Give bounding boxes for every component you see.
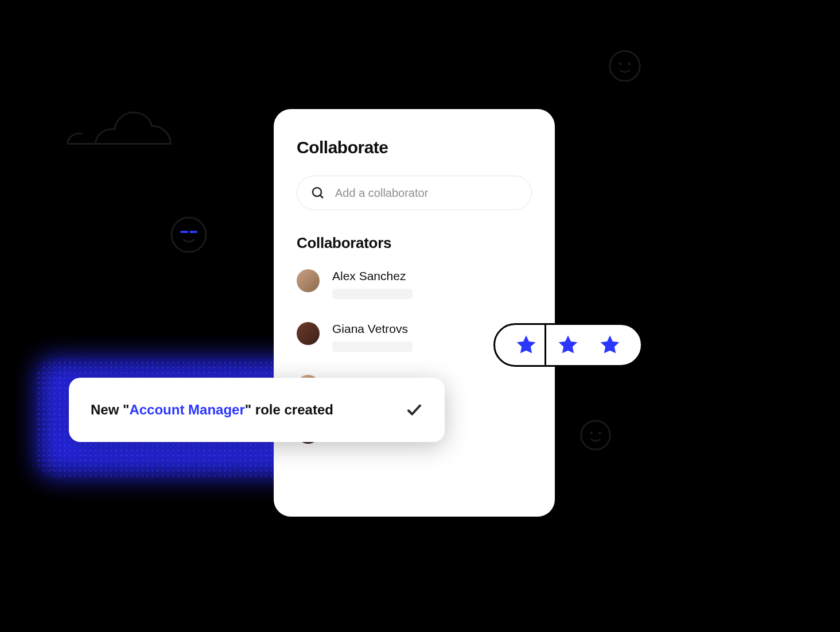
collaborator-name: Giana Vetrovs <box>332 322 413 336</box>
list-item-text: Giana Vetrovs <box>332 322 413 352</box>
collaborator-name: Alex Sanchez <box>332 269 413 283</box>
avatar <box>297 322 320 345</box>
rating-pill[interactable] <box>493 323 643 367</box>
toast-prefix: New " <box>91 402 129 417</box>
pill-divider <box>545 325 546 365</box>
svg-point-1 <box>619 63 622 65</box>
smiley-icon <box>580 419 612 451</box>
svg-point-5 <box>598 432 601 434</box>
search-icon <box>311 186 325 200</box>
svg-point-4 <box>590 432 592 434</box>
placeholder-line <box>332 342 413 352</box>
toast-suffix: " role created <box>245 402 333 417</box>
toast-message: New "Account Manager" role created <box>91 402 333 418</box>
svg-line-10 <box>320 195 323 198</box>
toast-accent: Account Manager <box>129 402 244 417</box>
star-icon[interactable] <box>515 334 538 356</box>
svg-point-3 <box>581 421 610 449</box>
collaborators-heading: Collaborators <box>297 234 532 252</box>
collaborate-card: Collaborate Collaborators Alex Sanchez G… <box>274 109 555 517</box>
add-collaborator-field[interactable] <box>297 176 532 210</box>
stage: Collaborate Collaborators Alex Sanchez G… <box>0 0 840 632</box>
svg-point-9 <box>313 188 321 196</box>
check-icon <box>406 401 423 418</box>
cloud-icon <box>63 109 175 149</box>
star-icon[interactable] <box>598 334 621 356</box>
svg-point-6 <box>172 218 206 252</box>
smiley-icon <box>608 49 641 83</box>
svg-point-0 <box>610 51 640 81</box>
list-item[interactable]: Alex Sanchez <box>297 269 532 299</box>
card-title: Collaborate <box>297 138 532 157</box>
placeholder-line <box>332 289 413 299</box>
smiley-icon <box>170 216 208 254</box>
avatar <box>297 269 320 292</box>
list-item-text: Alex Sanchez <box>332 269 413 299</box>
svg-point-2 <box>628 63 631 65</box>
star-icon[interactable] <box>557 334 580 356</box>
toast-notification: New "Account Manager" role created <box>69 378 445 442</box>
add-collaborator-input[interactable] <box>335 187 518 200</box>
